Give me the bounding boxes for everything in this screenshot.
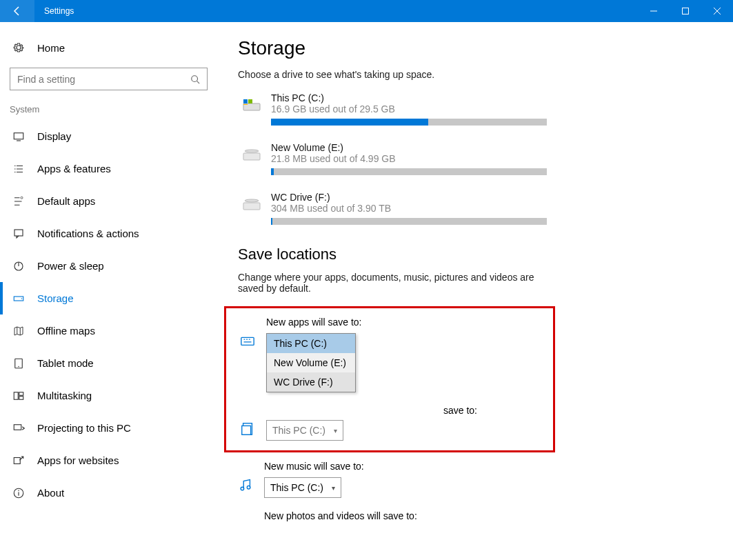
dropdown-option[interactable]: New Volume (E:) xyxy=(267,353,355,372)
home-label: Home xyxy=(37,42,65,54)
photos-save-label: New photos and videos will save to: xyxy=(264,510,712,521)
sidebar-item-label: Notifications & actions xyxy=(37,228,139,239)
list-icon xyxy=(12,163,28,175)
svg-rect-28 xyxy=(243,203,260,210)
chevron-down-icon: ▾ xyxy=(334,427,337,434)
info-icon xyxy=(12,487,28,499)
documents-save-combo[interactable]: This PC (C:) ▾ xyxy=(266,420,343,441)
back-button[interactable] xyxy=(0,0,34,22)
apps-save-dropdown[interactable]: This PC (C:) New Volume (E:) WC Drive (F… xyxy=(266,333,356,392)
sidebar-item-apps-websites[interactable]: Apps for websites xyxy=(0,444,217,477)
search-box[interactable] xyxy=(10,68,208,90)
svg-point-13 xyxy=(18,366,19,367)
link-icon xyxy=(12,454,28,467)
svg-rect-16 xyxy=(19,396,23,399)
svg-rect-32 xyxy=(242,426,251,434)
sidebar-item-multitasking[interactable]: Multitasking xyxy=(0,379,217,412)
sidebar-item-label: Apps & features xyxy=(37,163,111,174)
category-label: System xyxy=(0,100,217,120)
sidebar-item-power-sleep[interactable]: Power & sleep xyxy=(0,250,217,282)
dropdown-option[interactable]: WC Drive (F:) xyxy=(267,372,355,392)
drive-bar xyxy=(271,218,547,225)
sidebar-item-notifications[interactable]: Notifications & actions xyxy=(0,217,217,250)
drive-name: This PC (C:) xyxy=(271,92,547,103)
svg-rect-18 xyxy=(14,457,20,463)
svg-rect-1 xyxy=(683,8,689,14)
svg-rect-23 xyxy=(243,99,248,103)
sidebar-item-tablet-mode[interactable]: Tablet mode xyxy=(0,347,217,379)
sidebar-item-apps-features[interactable]: Apps & features xyxy=(0,152,217,185)
map-icon xyxy=(12,325,28,337)
drive-row-f[interactable]: WC Drive (F:) 304 MB used out of 3.90 TB xyxy=(238,192,712,225)
documents-save-label: save to: xyxy=(266,405,539,416)
music-icon xyxy=(238,477,257,492)
minimize-button[interactable] xyxy=(638,0,670,22)
defaults-icon xyxy=(12,195,28,208)
main-content: Storage Choose a drive to see what's tak… xyxy=(217,22,733,560)
sidebar-item-display[interactable]: Display xyxy=(0,120,217,152)
sidebar-item-storage[interactable]: Storage xyxy=(0,282,217,314)
search-input[interactable] xyxy=(17,74,190,85)
sidebar-item-label: Power & sleep xyxy=(37,260,104,272)
svg-rect-26 xyxy=(243,153,260,160)
svg-point-11 xyxy=(21,298,23,299)
drive-usage: 304 MB used out of 3.90 TB xyxy=(271,203,547,214)
sidebar-item-offline-maps[interactable]: Offline maps xyxy=(0,314,217,347)
home-link[interactable]: Home xyxy=(0,34,217,61)
project-icon xyxy=(12,422,28,434)
svg-rect-24 xyxy=(248,99,252,103)
drive-usage: 21.8 MB used out of 4.99 GB xyxy=(271,153,547,164)
page-subtitle: Choose a drive to see what's taking up s… xyxy=(238,69,712,80)
save-locations-subtitle: Change where your apps, documents, music… xyxy=(238,272,534,294)
chevron-down-icon: ▾ xyxy=(332,484,335,492)
svg-rect-15 xyxy=(19,392,23,395)
save-locations-heading: Save locations xyxy=(238,246,712,263)
svg-rect-7 xyxy=(14,230,23,236)
gear-icon xyxy=(12,41,28,54)
display-icon xyxy=(12,130,28,143)
drive-row-c[interactable]: This PC (C:) 16.9 GB used out of 29.5 GB xyxy=(238,92,712,126)
svg-rect-4 xyxy=(14,132,23,139)
sidebar-item-label: Offline maps xyxy=(37,325,95,337)
drive-icon xyxy=(238,194,265,215)
maximize-button[interactable] xyxy=(670,0,701,22)
svg-line-3 xyxy=(197,81,200,83)
page-heading: Storage xyxy=(238,37,712,59)
sidebar-item-default-apps[interactable]: Default apps xyxy=(0,185,217,217)
svg-point-33 xyxy=(241,487,244,490)
svg-point-29 xyxy=(245,199,259,202)
documents-icon xyxy=(240,421,259,437)
drive-usage: 16.9 GB used out of 29.5 GB xyxy=(271,103,547,114)
sidebar-item-label: Multitasking xyxy=(37,390,92,401)
svg-point-34 xyxy=(247,486,250,489)
drive-row-e[interactable]: New Volume (E:) 21.8 MB used out of 4.99… xyxy=(238,142,712,175)
svg-rect-14 xyxy=(14,392,18,399)
sidebar-item-label: Apps for websites xyxy=(37,454,119,466)
window-controls xyxy=(638,0,733,22)
svg-point-6 xyxy=(21,197,23,199)
sidebar-item-about[interactable]: About xyxy=(0,477,217,509)
titlebar: Settings xyxy=(0,0,733,22)
sidebar-item-label: Display xyxy=(37,130,71,142)
multitask-icon xyxy=(12,390,28,402)
apps-icon xyxy=(240,333,259,348)
svg-rect-25 xyxy=(243,104,248,105)
svg-point-27 xyxy=(245,150,259,152)
dropdown-option[interactable]: This PC (C:) xyxy=(267,334,355,353)
highlighted-annotation: New apps will save to: This PC (C:) New … xyxy=(224,306,555,452)
music-save-combo[interactable]: This PC (C:) ▾ xyxy=(264,477,341,498)
close-button[interactable] xyxy=(701,0,733,22)
notification-icon xyxy=(12,228,28,240)
sidebar-item-label: Default apps xyxy=(37,195,95,207)
sidebar-item-label: Tablet mode xyxy=(37,357,94,369)
music-save-label: New music will save to: xyxy=(264,461,712,472)
svg-rect-30 xyxy=(241,337,254,345)
sidebar-item-label: Projecting to this PC xyxy=(37,422,131,434)
search-icon xyxy=(190,74,200,84)
drive-icon xyxy=(238,95,265,116)
sidebar-item-projecting[interactable]: Projecting to this PC xyxy=(0,412,217,444)
svg-point-21 xyxy=(18,490,19,491)
sidebar-item-label: Storage xyxy=(37,292,74,304)
svg-point-2 xyxy=(192,75,198,81)
svg-rect-17 xyxy=(14,424,21,430)
